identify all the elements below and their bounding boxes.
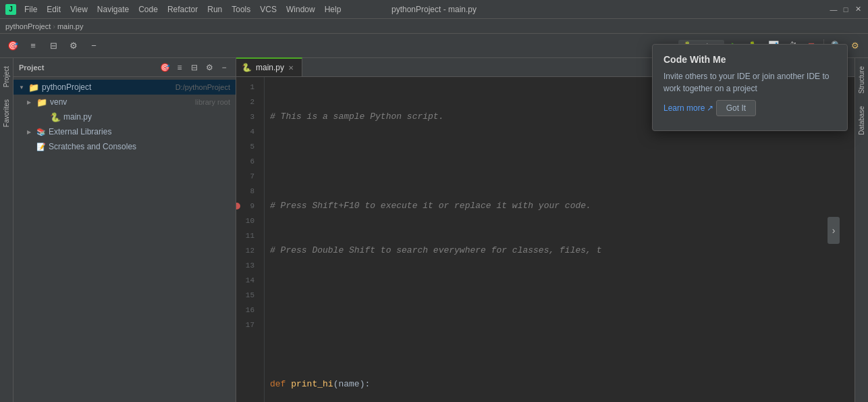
tree-item-mainpy[interactable]: 🐍 main.py bbox=[13, 109, 236, 124]
folder-icon-pythonproject: 📁 bbox=[28, 82, 39, 93]
sidebar-action-locate[interactable]: 🎯 bbox=[159, 61, 171, 74]
line-num-11: 11 bbox=[236, 228, 259, 243]
app-icon: J bbox=[5, 4, 16, 15]
settings-gear-button[interactable]: ⚙ bbox=[846, 37, 864, 55]
tree-item-venv[interactable]: ▶ 📁 venv library root bbox=[13, 95, 236, 109]
right-tab-strip: Structure Database bbox=[855, 58, 868, 402]
sidebar-action-settings[interactable]: ⚙ bbox=[203, 61, 215, 74]
maximize-button[interactable]: □ bbox=[841, 5, 850, 14]
tab-icon: 🐍 bbox=[242, 63, 252, 72]
toolbar-expand-button[interactable]: ≡ bbox=[24, 37, 42, 55]
scratches-icon: 📝 bbox=[36, 143, 46, 151]
menu-view[interactable]: View bbox=[66, 3, 92, 16]
tree-arrow-ext-libs: ▶ bbox=[27, 129, 34, 135]
line-num-17: 17 bbox=[236, 318, 259, 332]
close-button[interactable]: ✕ bbox=[853, 5, 863, 14]
code-line-4: ▶ # Press Double Shift to search everywh… bbox=[270, 243, 849, 258]
sidebar-action-collapse-all[interactable]: ⊟ bbox=[188, 61, 200, 74]
menu-help[interactable]: Help bbox=[321, 3, 346, 16]
line-num-5: 5 bbox=[236, 139, 259, 154]
menu-navigate[interactable]: Navigate bbox=[93, 3, 133, 16]
right-tab-structure[interactable]: Structure bbox=[856, 61, 867, 99]
tree-label-pythonproject: pythonProject bbox=[42, 82, 173, 92]
tree-label-mainpy: main.py bbox=[63, 112, 230, 122]
toolbar-settings-button[interactable]: ⚙ bbox=[65, 37, 82, 55]
menu-run[interactable]: Run bbox=[203, 3, 226, 16]
toolbar-collapse-button[interactable]: ⊟ bbox=[45, 37, 62, 55]
line-num-16: 16 bbox=[236, 303, 259, 318]
menu-file[interactable]: File bbox=[20, 3, 41, 16]
code-line-7: ▼ def print_hi(name): bbox=[270, 377, 849, 392]
tab-close-button[interactable]: ✕ bbox=[288, 64, 294, 72]
sidebar: Project 🎯 ≡ ⊟ ⚙ − ▼ 📁 pythonProject D:/p… bbox=[13, 58, 236, 402]
line-num-9: 9 bbox=[236, 199, 259, 213]
minimize-button[interactable]: — bbox=[829, 5, 838, 14]
ext-libs-icon: 📚 bbox=[36, 128, 46, 136]
code-with-me-popup: Code With Me Invite others to your IDE o… bbox=[652, 44, 848, 131]
line-num-12: 12 bbox=[236, 243, 259, 258]
window-controls: — □ ✕ bbox=[829, 5, 863, 14]
window-title: pythonProject - main.py bbox=[391, 5, 477, 14]
python-file-icon: 🐍 bbox=[50, 112, 61, 122]
tree-arrow-venv: ▶ bbox=[27, 99, 34, 105]
line-num-15: 15 bbox=[236, 288, 259, 303]
editor-tab-mainpy[interactable]: 🐍 main.py ✕ bbox=[236, 57, 302, 76]
breadcrumb-project[interactable]: pythonProject bbox=[5, 22, 51, 30]
code-line-3: # Press Shift+F10 to execute it or repla… bbox=[270, 199, 849, 213]
tree-arrow-pythonproject: ▼ bbox=[19, 84, 26, 91]
line-num-14: 14 bbox=[236, 273, 259, 288]
breadcrumb-sep: › bbox=[53, 22, 55, 30]
line-num-4: 4 bbox=[236, 124, 259, 139]
menu-window[interactable]: Window bbox=[282, 3, 319, 16]
sidebar-action-close[interactable]: − bbox=[218, 61, 230, 74]
toolbar-minus-button[interactable]: − bbox=[85, 37, 103, 55]
tree-hint-pythonproject: D:/pythonProject bbox=[175, 83, 230, 91]
learn-more-link[interactable]: Learn more ↗ bbox=[663, 103, 713, 113]
line-num-10: 10 bbox=[236, 213, 259, 228]
line-num-8: 8 bbox=[236, 184, 259, 199]
tree-label-venv: venv bbox=[50, 97, 192, 107]
sidebar-content: ▼ 📁 pythonProject D:/pythonProject ▶ 📁 v… bbox=[13, 77, 236, 402]
left-tab-favorites[interactable]: Favorites bbox=[1, 94, 12, 132]
line-num-2: 2 bbox=[236, 95, 259, 109]
menu-code[interactable]: Code bbox=[134, 3, 162, 16]
line-num-1: 1 bbox=[236, 80, 259, 95]
line-numbers: 1 2 3 4 5 6 7 8 9 10 11 12 13 14 15 16 1… bbox=[236, 77, 265, 402]
breadcrumb: pythonProject › main.py bbox=[0, 19, 868, 34]
code-line-6 bbox=[270, 332, 849, 347]
code-line-5 bbox=[270, 288, 849, 303]
folder-icon-venv: 📁 bbox=[36, 97, 47, 107]
popup-description: Invite others to your IDE or join anothe… bbox=[663, 70, 836, 95]
menu-vcs[interactable]: VCS bbox=[256, 3, 281, 16]
menu-refactor[interactable]: Refactor bbox=[163, 3, 202, 16]
sidebar-action-expand-all[interactable]: ≡ bbox=[173, 61, 186, 74]
breadcrumb-file[interactable]: main.py bbox=[57, 22, 84, 30]
got-it-button[interactable]: Got It bbox=[716, 100, 756, 116]
title-bar: J File Edit View Navigate Code Refactor … bbox=[0, 0, 868, 19]
tab-label: main.py bbox=[256, 63, 284, 72]
tree-label-scratches: Scratches and Consoles bbox=[49, 142, 230, 151]
tree-hint-venv: library root bbox=[195, 98, 230, 106]
tree-item-pythonproject[interactable]: ▼ 📁 pythonProject D:/pythonProject bbox=[13, 80, 236, 95]
line-num-13: 13 bbox=[236, 258, 259, 273]
learn-more-label: Learn more bbox=[663, 103, 705, 113]
left-tab-strip: Project Favorites bbox=[0, 58, 13, 402]
sidebar-title: Project bbox=[19, 64, 156, 72]
tree-label-ext-libs: External Libraries bbox=[49, 127, 230, 136]
sidebar-header: Project 🎯 ≡ ⊟ ⚙ − bbox=[13, 58, 236, 77]
learn-more-icon: ↗ bbox=[707, 103, 713, 113]
tree-item-scratches[interactable]: 📝 Scratches and Consoles bbox=[13, 139, 236, 154]
line-num-7: 7 bbox=[236, 169, 259, 184]
toolbar-locate-button[interactable]: 🎯 bbox=[4, 37, 22, 55]
editor-expand-arrow[interactable]: › bbox=[828, 217, 840, 244]
popup-title: Code With Me bbox=[663, 54, 836, 65]
code-line-2 bbox=[270, 154, 849, 169]
menu-tools[interactable]: Tools bbox=[227, 3, 254, 16]
tree-item-external-libraries[interactable]: ▶ 📚 External Libraries bbox=[13, 124, 236, 139]
right-tab-database[interactable]: Database bbox=[856, 101, 867, 141]
line-num-6: 6 bbox=[236, 154, 259, 169]
line-num-3: 3 bbox=[236, 109, 259, 124]
left-tab-project[interactable]: Project bbox=[1, 61, 12, 93]
menu-edit[interactable]: Edit bbox=[43, 3, 65, 16]
